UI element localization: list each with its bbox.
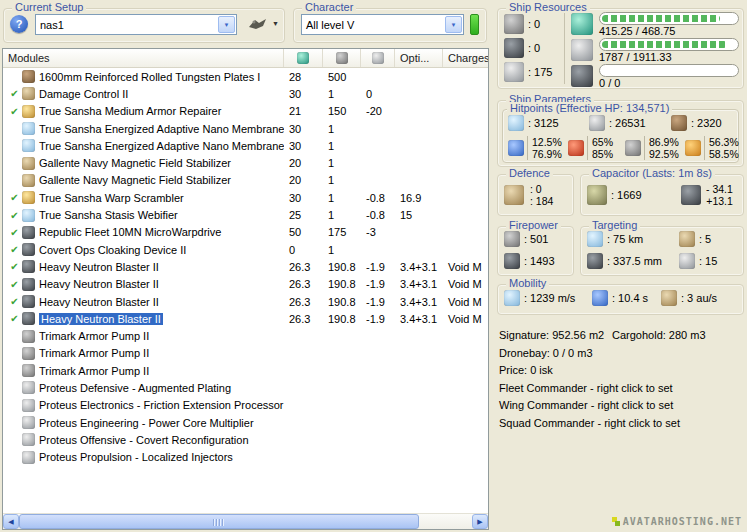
module-pg: 190.8 [323,296,361,308]
modules-header: Modules Opti... Charges [3,49,488,68]
module-cap: -0.8 [361,209,395,221]
module-row[interactable]: ✔ Damage Control II 30 1 0 [3,85,488,102]
powergrid-usage-text: 1787 / 1911.33 [599,51,672,63]
turret-dps-icon [504,231,520,247]
help-icon[interactable]: ? [10,15,28,33]
rig-icon [22,347,35,360]
module-pg: 500 [323,71,361,83]
column-charges-label: Charges [448,52,488,64]
chevron-down-icon[interactable]: ▼ [445,16,462,33]
thermal-resist-icon [568,140,584,156]
column-capacitor[interactable] [361,49,395,67]
blaster-icon [22,260,35,273]
module-cpu: 26.3 [284,296,323,308]
module-row[interactable]: ✔ Heavy Neutron Blaster II 26.3 190.8 -1… [3,276,488,293]
module-check-icon: ✔ [7,296,22,307]
module-name: Proteus Electronics - Friction Extension… [39,399,284,411]
module-pg: 1 [323,244,361,256]
module-charge: Void M [443,296,488,308]
price-text: Price: 0 isk [499,362,745,380]
module-row[interactable]: ✔ True Sansha Medium Armor Repairer 21 1… [3,103,488,120]
module-row[interactable]: Trimark Armor Pump II [3,362,488,379]
cpu-usage-text: 415.25 / 468.75 [599,25,675,37]
module-row[interactable]: 1600mm Reinforced Rolled Tungsten Plates… [3,68,488,85]
scroll-right-icon[interactable]: ▶ [472,514,488,529]
scrollbar-thumb[interactable] [19,514,419,529]
wing-commander-text[interactable]: Wing Commander - right click to set [499,397,745,415]
ship-resources-label: Ship Resources [506,1,590,13]
module-row[interactable]: ✔ Republic Fleet 10MN MicroWarpdrive 50 … [3,224,488,241]
calibration-icon [504,62,524,82]
module-cap: -1.9 [361,296,395,308]
sensor-strength-icon [679,253,695,269]
cpu-icon [571,13,593,35]
module-row[interactable]: True Sansha Energized Adaptive Nano Memb… [3,137,488,154]
em-resist-icon [508,140,524,156]
character-select-value: All level V [302,19,445,31]
module-row[interactable]: Proteus Offensive - Covert Reconfigurati… [3,431,488,448]
defence-group: Defence : 0 : 184 [497,174,574,216]
scrollbar-grip [213,519,225,526]
hitpoints-group: Hitpoints (Effective HP: 134,571) : 3125… [502,109,739,163]
module-cpu: 28 [284,71,323,83]
module-row[interactable]: Proteus Electronics - Friction Extension… [3,397,488,414]
column-charges[interactable]: Charges [443,49,488,67]
column-modules-label: Modules [8,52,50,64]
module-row[interactable]: ✔ Heavy Neutron Blaster II 26.3 190.8 -1… [3,310,488,327]
module-row[interactable]: ✔ Heavy Neutron Blaster II 26.3 190.8 -1… [3,258,488,275]
module-cap: -1.9 [361,261,395,273]
module-row[interactable]: Proteus Engineering - Power Core Multipl… [3,414,488,431]
module-opti: 16.9 [395,192,443,204]
cap-recharge-value: +13.1 [706,195,733,207]
module-row[interactable]: ✔ True Sansha Stasis Webifier 25 1 -0.8 … [3,206,488,223]
setup-select-value: nas1 [36,19,218,31]
caret-down-icon: ▼ [272,20,279,27]
scroll-left-icon[interactable]: ◀ [3,514,19,529]
horizontal-scrollbar[interactable]: ◀ ▶ [3,513,488,529]
module-row[interactable]: Gallente Navy Magnetic Field Stabilizer … [3,154,488,171]
column-powergrid[interactable] [323,49,361,67]
setup-select[interactable]: nas1 ▼ [35,14,237,35]
module-row[interactable]: Proteus Propulsion - Localized Injectors [3,449,488,466]
character-skill-indicator [470,14,479,35]
character-select[interactable]: All level V ▼ [301,14,464,35]
blaster-icon [22,278,35,291]
module-row[interactable]: Proteus Defensive - Augmented Plating [3,379,488,396]
module-row[interactable]: ✔ Covert Ops Cloaking Device II 0 1 [3,241,488,258]
module-name: Proteus Offensive - Covert Reconfigurati… [39,434,249,446]
defence-top-value: : 0 [530,183,553,195]
module-name: True Sansha Energized Adaptive Nano Memb… [39,140,284,152]
column-modules[interactable]: Modules [3,49,284,67]
firepower-volley: : 1493 [524,255,555,267]
subsystem-icon [22,416,35,429]
fleet-commander-text[interactable]: Fleet Commander - right click to set [499,380,745,398]
explosive-shield-resist: 56.3% [709,136,739,148]
modules-list: Modules Opti... Charges 1600mm Reinforce… [2,48,489,530]
cpu-bar [599,12,739,25]
module-pg: 190.8 [323,261,361,273]
blaster-icon [22,312,35,325]
column-optimal[interactable]: Opti... [395,49,443,67]
max-targets-icon [679,231,695,247]
cargohold-text: Cargohold: 280 m3 [612,327,706,345]
module-row[interactable]: True Sansha Energized Adaptive Nano Memb… [3,120,488,137]
module-check-icon: ✔ [7,261,22,272]
module-row[interactable]: ✔ True Sansha Warp Scrambler 30 1 -0.8 1… [3,189,488,206]
module-pg: 1 [323,123,361,135]
subsystem-icon [22,433,35,446]
module-cpu: 30 [284,123,323,135]
squad-commander-text[interactable]: Squad Commander - right click to set [499,415,745,433]
capacitor-usage-icon [372,52,384,64]
column-cpu[interactable] [284,49,323,67]
module-name: True Sansha Medium Armor Repairer [39,105,221,117]
module-row[interactable]: ✔ Heavy Neutron Blaster II 26.3 190.8 -1… [3,293,488,310]
ship-browser-button[interactable]: ▼ [247,16,279,31]
targeting-group: Targeting : 75 km : 5 : 337.5 mm : 15 [580,226,744,276]
chevron-down-icon[interactable]: ▼ [218,16,235,33]
module-row[interactable]: Trimark Armor Pump II [3,345,488,362]
module-row[interactable]: Gallente Navy Magnetic Field Stabilizer … [3,172,488,189]
warp-scrambler-icon [22,191,35,204]
max-velocity-icon [504,290,520,306]
module-opti: 15 [395,209,443,221]
module-row[interactable]: Trimark Armor Pump II [3,327,488,344]
